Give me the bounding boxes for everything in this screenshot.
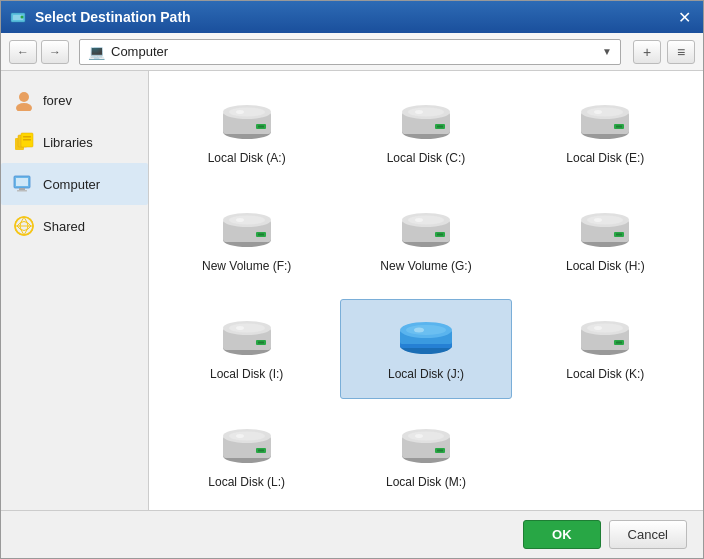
svg-point-72	[414, 328, 424, 333]
drive-label-L: Local Disk (L:)	[208, 475, 285, 489]
drive-item-H[interactable]: Local Disk (H:)	[520, 191, 691, 291]
sidebar-item-libraries[interactable]: Libraries	[1, 121, 148, 163]
svg-point-83	[229, 432, 265, 441]
drive-label-F: New Volume (F:)	[202, 259, 291, 273]
drives-grid: Local Disk (A:) Local Disk (C:) Local Di…	[161, 83, 691, 507]
drive-label-I: Local Disk (I:)	[210, 367, 283, 381]
svg-point-43	[236, 218, 244, 222]
svg-rect-8	[23, 136, 31, 138]
svg-rect-59	[616, 234, 622, 236]
drive-label-C: Local Disk (C:)	[387, 151, 466, 165]
svg-point-90	[408, 432, 444, 441]
drive-label-A: Local Disk (A:)	[208, 151, 286, 165]
close-button[interactable]: ✕	[673, 6, 695, 28]
svg-rect-24	[258, 126, 264, 128]
computer-label: Computer	[43, 177, 100, 192]
svg-point-36	[594, 110, 602, 114]
address-bar-text: Computer	[111, 44, 602, 59]
libraries-label: Libraries	[43, 135, 93, 150]
drive-item-C[interactable]: Local Disk (C:)	[340, 83, 511, 183]
drive-label-K: Local Disk (K:)	[566, 367, 644, 381]
svg-point-35	[587, 108, 623, 117]
title-bar: Select Destination Path ✕	[1, 1, 703, 33]
cancel-button[interactable]: Cancel	[609, 520, 687, 549]
computer-icon	[13, 173, 35, 195]
forev-label: forev	[43, 93, 72, 108]
drive-label-J: Local Disk (J:)	[388, 367, 464, 381]
svg-point-49	[408, 216, 444, 225]
title-bar-icon	[9, 8, 27, 26]
svg-point-64	[236, 326, 244, 330]
drive-icon-M	[396, 425, 456, 467]
svg-point-42	[229, 216, 265, 225]
footer: OK Cancel	[1, 510, 703, 558]
back-button[interactable]: ←	[9, 40, 37, 64]
content-area: Local Disk (A:) Local Disk (C:) Local Di…	[149, 71, 703, 510]
select-destination-dialog: Select Destination Path ✕ ← → 💻 Computer…	[0, 0, 704, 559]
drive-icon-K	[575, 317, 635, 359]
svg-point-76	[587, 324, 623, 333]
drive-icon-H	[575, 209, 635, 251]
sidebar-item-shared[interactable]: Shared	[1, 205, 148, 247]
svg-point-84	[236, 434, 244, 438]
svg-rect-93	[437, 450, 443, 452]
drive-item-J[interactable]: Local Disk (J:)	[340, 299, 511, 399]
svg-rect-79	[616, 342, 622, 344]
sidebar: forev Libraries Computer Shared	[1, 71, 149, 510]
title-bar-title: Select Destination Path	[35, 9, 673, 25]
forev-icon	[13, 89, 35, 111]
libraries-icon	[13, 131, 35, 153]
toolbar: ← → 💻 Computer ▼ + ≡	[1, 33, 703, 71]
svg-point-50	[415, 218, 423, 222]
svg-rect-52	[437, 234, 443, 236]
drive-item-L[interactable]: Local Disk (L:)	[161, 407, 332, 507]
drive-icon-L	[217, 425, 277, 467]
shared-label: Shared	[43, 219, 85, 234]
drive-item-K[interactable]: Local Disk (K:)	[520, 299, 691, 399]
sidebar-item-forev[interactable]: forev	[1, 79, 148, 121]
drive-item-G[interactable]: New Volume (G:)	[340, 191, 511, 291]
address-bar-arrow: ▼	[602, 46, 612, 57]
drive-label-M: Local Disk (M:)	[386, 475, 466, 489]
svg-point-57	[594, 218, 602, 222]
drive-item-F[interactable]: New Volume (F:)	[161, 191, 332, 291]
address-bar: 💻 Computer ▼	[79, 39, 621, 65]
drive-icon-E	[575, 101, 635, 143]
sidebar-item-computer[interactable]: Computer	[1, 163, 148, 205]
drive-item-M[interactable]: Local Disk (M:)	[340, 407, 511, 507]
svg-point-71	[406, 325, 446, 335]
svg-point-56	[587, 216, 623, 225]
ok-button[interactable]: OK	[523, 520, 601, 549]
drive-icon-A	[217, 101, 277, 143]
svg-point-22	[236, 110, 244, 114]
svg-point-91	[415, 434, 423, 438]
svg-rect-11	[16, 178, 28, 186]
svg-point-4	[16, 103, 32, 111]
svg-rect-38	[616, 126, 622, 128]
svg-point-77	[594, 326, 602, 330]
svg-rect-86	[258, 450, 264, 452]
main-content: forev Libraries Computer Shared	[1, 71, 703, 510]
drive-item-I[interactable]: Local Disk (I:)	[161, 299, 332, 399]
svg-rect-12	[19, 188, 25, 190]
svg-point-3	[19, 92, 29, 102]
svg-rect-66	[258, 342, 264, 344]
drive-label-G: New Volume (G:)	[380, 259, 471, 273]
svg-rect-31	[437, 126, 443, 128]
svg-rect-13	[17, 190, 27, 192]
drive-item-A[interactable]: Local Disk (A:)	[161, 83, 332, 183]
drive-item-E[interactable]: Local Disk (E:)	[520, 83, 691, 183]
drive-icon-I	[217, 317, 277, 359]
svg-point-21	[229, 108, 265, 117]
svg-rect-45	[258, 234, 264, 236]
new-folder-button[interactable]: +	[633, 40, 661, 64]
svg-rect-9	[23, 139, 31, 141]
drive-icon-G	[396, 209, 456, 251]
drive-icon-J	[396, 317, 456, 359]
drive-label-H: Local Disk (H:)	[566, 259, 645, 273]
svg-point-63	[229, 324, 265, 333]
view-button[interactable]: ≡	[667, 40, 695, 64]
shared-icon	[13, 215, 35, 237]
svg-point-28	[408, 108, 444, 117]
forward-button[interactable]: →	[41, 40, 69, 64]
